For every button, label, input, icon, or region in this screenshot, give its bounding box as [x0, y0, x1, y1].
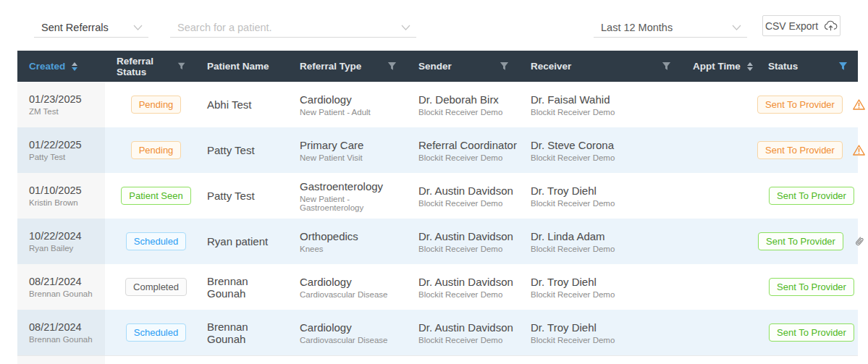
sender-cell: Dr. Austin Davidson Blockit Receiver Dem…	[407, 219, 519, 264]
column-header-referral-type[interactable]: Referral Type	[288, 51, 407, 82]
referral-type-cell: Orthopedics Knees	[288, 219, 407, 264]
column-header-referral-status[interactable]: Referral Status	[105, 51, 195, 82]
referral-type-detail: New Patient - Gastroenterology	[300, 195, 407, 212]
sender-cell: Referral Coordinator Blockit Receiver De…	[407, 127, 519, 173]
table-row[interactable]: 01/22/2025 Patty Test Pending Patty Test…	[17, 127, 858, 173]
patient-search-placeholder: Search for a patient.	[177, 22, 272, 33]
referral-type: Gastroenterology	[300, 180, 407, 192]
created-by: Patty Test	[29, 153, 105, 161]
referral-status-badge: Completed	[125, 278, 187, 296]
referral-type: Cardiology	[300, 321, 407, 334]
sender-org: Blockit Receiver Demo	[418, 245, 519, 253]
chevron-down-icon	[133, 25, 143, 30]
filter-funnel-icon[interactable]	[500, 62, 509, 71]
column-header-appt-time[interactable]: Appt Time	[681, 51, 757, 82]
patient-name: Brennan Gounah	[207, 275, 288, 300]
csv-export-button[interactable]: CSV Export	[762, 15, 840, 36]
referral-status-badge: Pending	[131, 96, 182, 114]
column-header-sender[interactable]: Sender	[407, 51, 519, 82]
table-header: Created Referral Status Patient Name Ref…	[17, 51, 858, 82]
warning-triangle-icon	[852, 144, 866, 156]
receiver-name: Dr. Troy Diehl	[531, 185, 681, 197]
created-cell: 08/21/2024 Brennan Gounah	[17, 264, 105, 310]
created-cell: 01/23/2025 ZM Test	[17, 82, 105, 127]
receiver-cell: Dr. Troy Diehl Blockit Receiver Demo	[519, 310, 681, 355]
sort-carets-icon[interactable]	[72, 62, 77, 71]
filter-funnel-icon[interactable]	[177, 62, 185, 71]
created-cell: 01/22/2025 Patty Test	[17, 127, 105, 173]
date-range-select[interactable]: Last 12 Months	[594, 17, 747, 38]
receiver-name: Dr. Steve Corona	[531, 139, 681, 151]
column-header-patient-name[interactable]: Patient Name	[195, 51, 288, 82]
appt-time-cell	[681, 264, 757, 310]
referral-type: Primary Care	[300, 139, 407, 151]
receiver-org: Blockit Receiver Demo	[531, 290, 681, 299]
referral-status-cell: Pending	[105, 82, 195, 127]
referral-status-badge: Patient Seen	[121, 187, 190, 205]
filter-funnel-icon[interactable]	[387, 62, 397, 71]
referral-type-detail: Cardiovascular Disease	[300, 290, 407, 299]
view-select[interactable]: Sent Referrals	[34, 17, 148, 38]
referral-type-cell: Primary Care New Patient Visit	[288, 127, 407, 173]
receiver-org: Blockit Receiver Demo	[531, 108, 681, 117]
referral-type: Orthopedics	[300, 230, 407, 242]
toolbar: Sent Referrals Search for a patient. Las…	[0, 0, 868, 51]
status-cell: Sent To Provider	[757, 127, 858, 173]
created-by: Ryan Bailey	[29, 244, 105, 253]
sender-name: Dr. Austin Davidson	[418, 185, 519, 197]
created-date: 10/22/2024	[29, 230, 105, 242]
receiver-org: Blockit Receiver Demo	[531, 153, 681, 162]
receiver-name: Dr. Linda Adam	[531, 230, 681, 242]
referral-type-cell: Gastroenterology New Patient - Gastroent…	[288, 173, 407, 219]
receiver-cell: Dr. Steve Corona Blockit Receiver Demo	[519, 127, 681, 173]
warning-triangle-icon	[852, 98, 866, 111]
receiver-name: Dr. Troy Diehl	[531, 321, 681, 334]
referral-type: Cardiology	[300, 276, 407, 288]
status-cell: Sent To Provider	[757, 264, 858, 310]
created-by: Brennan Gounah	[29, 289, 105, 298]
receiver-name: Dr. Faisal Wahid	[531, 93, 681, 106]
sender-org: Blockit Receiver Demo	[418, 336, 519, 344]
status-badge: Sent To Provider	[769, 278, 854, 296]
column-header-receiver[interactable]: Receiver	[519, 51, 681, 82]
sort-carets-icon[interactable]	[747, 62, 753, 71]
table-row[interactable]: 01/10/2025 Kristin Brown Patient Seen Pa…	[17, 173, 858, 219]
column-header-created[interactable]: Created	[17, 51, 105, 82]
referral-status-badge: Scheduled	[126, 323, 186, 342]
filter-funnel-icon[interactable]	[662, 62, 671, 71]
sender-cell: Dr. Austin Davidson Blockit Receiver Dem…	[407, 310, 519, 355]
sender-org: Blockit Receiver Demo	[418, 108, 519, 117]
patient-search-input[interactable]: Search for a patient.	[170, 17, 416, 38]
created-date: 08/21/2024	[29, 321, 105, 333]
status-badge: Sent To Provider	[769, 187, 854, 205]
patient-name: Patty Test	[207, 190, 288, 202]
patient-name-cell: Patty Test	[195, 127, 288, 173]
patient-name-cell: Abhi Test	[195, 82, 288, 127]
patient-name: Abhi Test	[207, 98, 288, 111]
appt-time-cell	[681, 310, 757, 355]
referral-type-cell: Cardiology Cardiovascular Disease	[288, 310, 407, 355]
referral-status-cell: Scheduled	[105, 219, 195, 264]
table-body: 01/23/2025 ZM Test Pending Abhi Test Car…	[17, 82, 858, 355]
table-row[interactable]: 08/21/2024 Brennan Gounah Completed Bren…	[17, 264, 858, 310]
referral-status-cell: Completed	[105, 264, 195, 310]
created-date: 01/22/2025	[29, 139, 105, 151]
patient-name-cell: Brennan Gounah	[195, 310, 288, 355]
table-row[interactable]: 10/22/2024 Ryan Bailey Scheduled Ryan pa…	[17, 219, 858, 264]
referral-status-cell: Pending	[105, 127, 195, 173]
sender-name: Dr. Austin Davidson	[418, 230, 519, 242]
referral-type-detail: New Patient - Adult	[300, 108, 407, 117]
table-row[interactable]: 08/21/2024 Brennan Gounah Scheduled Bren…	[17, 310, 858, 355]
created-date: 08/21/2024	[29, 276, 105, 287]
sender-name: Referral Coordinator	[418, 139, 519, 151]
referral-status-badge: Scheduled	[126, 232, 186, 250]
filter-funnel-icon-active[interactable]	[838, 62, 848, 71]
receiver-cell: Dr. Linda Adam Blockit Receiver Demo	[519, 219, 681, 264]
status-badge: Sent To Provider	[769, 323, 854, 342]
table-row[interactable]: 01/23/2025 ZM Test Pending Abhi Test Car…	[17, 82, 858, 127]
patient-name: Patty Test	[207, 144, 288, 156]
appt-time-cell	[681, 127, 757, 173]
referrals-table: Created Referral Status Patient Name Ref…	[17, 51, 858, 364]
column-header-status[interactable]: Status	[757, 51, 858, 82]
sender-org: Blockit Receiver Demo	[418, 199, 519, 208]
